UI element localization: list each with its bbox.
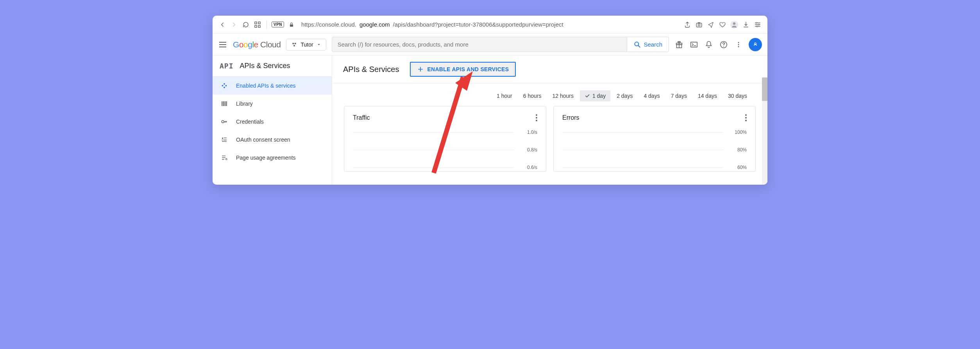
charts-row: Traffic 1.0/s 0.8/s 0.6/s Errors — [332, 106, 767, 172]
svg-rect-34 — [224, 140, 227, 140]
svg-point-36 — [225, 158, 227, 160]
svg-rect-27 — [223, 101, 224, 106]
sidebar-item-enabled-apis[interactable]: Enabled APIs & services — [213, 77, 332, 95]
lock-icon[interactable] — [287, 20, 296, 29]
sidebar-item-oauth[interactable]: OAuth consent screen — [213, 131, 332, 149]
svg-rect-26 — [222, 101, 222, 106]
sidebar-item-label: OAuth consent screen — [236, 137, 290, 143]
settings-lines-icon[interactable] — [753, 20, 762, 29]
enable-button-label: ENABLE APIS AND SERVICES — [427, 66, 509, 72]
svg-rect-2 — [255, 25, 257, 27]
svg-point-20 — [723, 46, 724, 47]
svg-rect-29 — [226, 101, 227, 106]
svg-point-8 — [733, 22, 735, 25]
svg-point-14 — [293, 45, 295, 46]
vpn-badge[interactable]: VPN — [272, 22, 284, 27]
share-icon[interactable] — [683, 20, 692, 29]
errors-chart: 100% 80% 60% — [562, 128, 747, 171]
traffic-card: Traffic 1.0/s 0.8/s 0.6/s — [344, 106, 546, 172]
svg-point-9 — [756, 22, 757, 23]
svg-point-15 — [635, 42, 639, 46]
download-icon[interactable] — [742, 20, 750, 29]
heart-icon[interactable] — [718, 20, 727, 29]
plus-icon — [417, 66, 424, 73]
traffic-card-title: Traffic — [353, 114, 370, 121]
project-selector[interactable]: Tutor — [286, 39, 326, 50]
project-name: Tutor — [300, 41, 313, 48]
search-icon — [633, 41, 641, 49]
svg-rect-35 — [222, 141, 227, 142]
sidebar-item-agreements[interactable]: Page usage agreements — [213, 149, 332, 167]
sidebar-item-label: Enabled APIs & services — [236, 83, 296, 89]
card-more-icon[interactable] — [536, 114, 537, 121]
main-header: APIs & Services ENABLE APIS AND SERVICES — [332, 56, 767, 83]
sidebar-item-label: Credentials — [236, 119, 264, 125]
sidebar-item-label: Library — [236, 101, 253, 107]
notifications-icon[interactable] — [704, 40, 714, 49]
svg-point-12 — [293, 43, 294, 44]
api-badge: API — [220, 62, 234, 70]
ylabel: 100% — [735, 130, 747, 135]
chevron-down-icon — [317, 42, 321, 47]
forward-button[interactable] — [230, 20, 238, 29]
help-icon[interactable] — [719, 40, 728, 49]
reload-button[interactable] — [241, 20, 250, 29]
traffic-chart: 1.0/s 0.8/s 0.6/s — [353, 128, 537, 171]
divider — [266, 20, 267, 29]
time-tab-14days[interactable]: 14 days — [693, 90, 722, 101]
sidebar-item-library[interactable]: Library — [213, 95, 332, 113]
ylabel: 80% — [737, 147, 747, 153]
svg-rect-3 — [258, 25, 260, 27]
account-avatar[interactable] — [749, 38, 762, 51]
library-icon — [220, 100, 228, 108]
search-container: Search — [332, 37, 669, 52]
page-body: API APIs & Services Enabled APIs & servi… — [213, 56, 767, 185]
url-bar[interactable]: https://console.cloud.google.com/apis/da… — [299, 21, 680, 28]
agreements-icon — [220, 154, 228, 162]
browser-window: VPN https://console.cloud.google.com/api… — [213, 16, 767, 185]
time-tab-7days[interactable]: 7 days — [666, 90, 692, 101]
search-button[interactable]: Search — [627, 37, 669, 52]
more-menu-icon[interactable] — [734, 40, 743, 49]
project-icon — [291, 41, 297, 48]
svg-point-6 — [698, 24, 700, 26]
time-tab-1hour[interactable]: 1 hour — [492, 90, 517, 101]
svg-point-10 — [758, 24, 760, 25]
errors-card: Errors 100% 80% 60% — [553, 106, 756, 172]
time-tab-12hours[interactable]: 12 hours — [547, 90, 578, 101]
gift-icon[interactable] — [674, 40, 684, 49]
google-cloud-logo[interactable]: Google Cloud — [233, 40, 281, 49]
ylabel: 60% — [737, 165, 747, 170]
svg-point-11 — [756, 26, 758, 27]
sidebar-item-label: Page usage agreements — [236, 155, 296, 161]
time-tab-2days[interactable]: 2 days — [612, 90, 637, 101]
apps-grid-icon[interactable] — [253, 20, 262, 29]
browser-chrome-bar: VPN https://console.cloud.google.com/api… — [213, 16, 767, 34]
time-tab-label: 1 day — [592, 93, 606, 99]
ylabel: 1.0/s — [527, 130, 537, 135]
diamond-icon — [220, 82, 228, 90]
search-button-label: Search — [644, 41, 662, 48]
main-content: APIs & Services ENABLE APIS AND SERVICES… — [332, 56, 767, 185]
svg-rect-1 — [258, 22, 260, 24]
time-tab-4days[interactable]: 4 days — [639, 90, 664, 101]
send-icon[interactable] — [706, 20, 715, 29]
svg-rect-33 — [222, 139, 223, 140]
camera-icon[interactable] — [695, 20, 703, 29]
menu-button[interactable] — [218, 40, 227, 49]
time-tab-30days[interactable]: 30 days — [723, 90, 752, 101]
enable-apis-button[interactable]: ENABLE APIS AND SERVICES — [410, 62, 516, 77]
scrollbar[interactable] — [762, 77, 767, 185]
time-tab-6hours[interactable]: 6 hours — [519, 90, 546, 101]
cloud-header: Google Cloud Tutor Search — [213, 34, 767, 56]
ylabel: 0.6/s — [527, 165, 537, 170]
card-more-icon[interactable] — [745, 114, 747, 121]
cloud-shell-icon[interactable] — [689, 40, 699, 49]
sidebar-item-credentials[interactable]: Credentials — [213, 113, 332, 131]
svg-rect-31 — [222, 138, 223, 139]
profile-icon[interactable] — [730, 20, 739, 29]
time-tab-1day[interactable]: 1 day — [580, 90, 610, 101]
back-button[interactable] — [218, 20, 227, 29]
search-input[interactable] — [332, 37, 628, 52]
sidebar-header: API APIs & Services — [213, 56, 332, 77]
